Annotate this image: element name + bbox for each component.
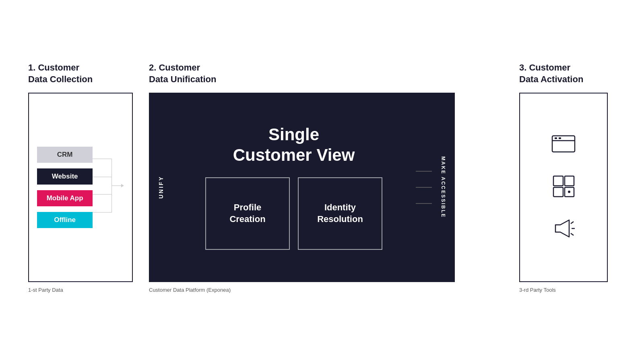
- section2: 2. Customer Data Unification UNIFY Singl…: [149, 62, 511, 293]
- section2-box: UNIFY Single Customer View Profile Creat…: [149, 93, 455, 282]
- section2-caption: Customer Data Platform (Exponea): [149, 287, 231, 293]
- website-source: Website: [37, 168, 93, 185]
- dashboard-icon: [553, 175, 575, 197]
- profile-creation-box: Profile Creation: [205, 177, 290, 250]
- section3-box: [519, 93, 608, 282]
- svg-point-18: [568, 191, 570, 193]
- megaphone-icon: [551, 218, 576, 240]
- unify-bar: UNIFY: [150, 93, 172, 281]
- offline-source: Offline: [37, 212, 93, 228]
- main-container: 1. Customer Data Collection CRM Website …: [28, 54, 616, 301]
- data-sources: CRM Website Mobile App Offline: [37, 147, 93, 228]
- mobile-source: Mobile App: [37, 190, 93, 206]
- section1: 1. Customer Data Collection CRM Website …: [28, 62, 141, 293]
- right-connector-lines: [416, 147, 432, 228]
- svg-rect-12: [555, 137, 557, 139]
- svg-line-22: [571, 233, 574, 235]
- cdp-main: Single Customer View Profile Creation Id…: [172, 93, 416, 281]
- connector-lines-svg: [93, 143, 124, 232]
- svg-marker-19: [555, 220, 569, 237]
- svg-rect-13: [559, 137, 561, 139]
- browser-icon: [551, 135, 576, 155]
- section1-caption: 1-st Party Data: [28, 287, 63, 293]
- crm-source: CRM: [37, 147, 93, 163]
- section1-header: 1. Customer Data Collection: [28, 62, 93, 85]
- unify-label: UNIFY: [158, 176, 164, 199]
- section1-box: CRM Website Mobile App Offline: [28, 93, 133, 282]
- section3: 3. Customer Data Activation: [519, 62, 616, 293]
- svg-marker-6: [121, 184, 124, 187]
- accessible-bar: MAKE ACCESSIBLE: [432, 93, 454, 281]
- accessible-label: MAKE ACCESSIBLE: [440, 156, 446, 218]
- identity-resolution-box: Identity Resolution: [298, 177, 382, 250]
- sub-boxes: Profile Creation Identity Resolution: [205, 177, 382, 250]
- scv-title: Single Customer View: [233, 125, 355, 165]
- svg-line-20: [571, 222, 574, 224]
- svg-rect-14: [553, 176, 563, 186]
- section2-header: 2. Customer Data Unification: [149, 62, 216, 85]
- svg-rect-15: [565, 176, 574, 186]
- section3-caption: 3-rd Party Tools: [519, 287, 556, 293]
- svg-rect-16: [553, 187, 563, 197]
- section3-header: 3. Customer Data Activation: [519, 62, 583, 85]
